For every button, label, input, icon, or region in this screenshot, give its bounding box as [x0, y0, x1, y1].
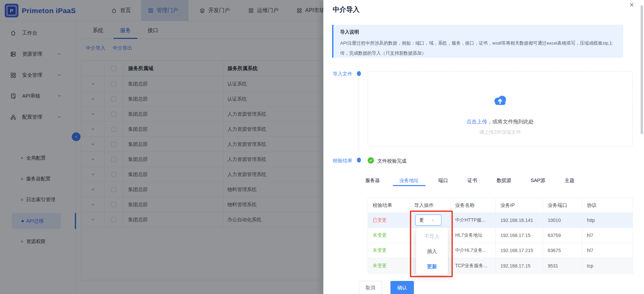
confirm-button[interactable]: 确认	[390, 281, 414, 294]
cell-protocol: hl7	[582, 228, 633, 243]
drawer-tabs: 服务器 业务地址 端口 证书 数据源 SAP源 主题	[359, 175, 581, 186]
tab-business-address[interactable]: 业务地址	[393, 175, 426, 186]
tab-certificate[interactable]: 证书	[461, 175, 484, 186]
notice-body: API注册过程中所涉及的数据，例如：端口，域，系统，服务，接口，证书，wsdl等…	[340, 38, 616, 58]
table-header-row: 校验结果 导入操作 业务名称 业务IP 业务端口 协议	[368, 198, 633, 213]
dropdown-option-update[interactable]: 更新	[416, 259, 448, 274]
step-label-import-file: 导入文件	[333, 71, 352, 77]
dropdown-option-no-import[interactable]: 不导入	[416, 229, 448, 244]
cell-ip: 192.168.17.215	[496, 243, 543, 258]
cell-ip: 192.168.17.15	[496, 258, 543, 273]
column-header: 业务名称	[450, 198, 496, 213]
mediator-import-drawer: 中介导入 导入说明 API注册过程中所涉及的数据，例如：端口，域，系统，服务，接…	[323, 0, 644, 294]
tab-label: 数据源	[497, 177, 512, 184]
cell-status: 未变更	[368, 228, 410, 243]
cell-name: 中介HL7业务...	[450, 243, 496, 258]
cell-protocol: http	[582, 213, 633, 228]
tab-datasource[interactable]: 数据源	[490, 175, 518, 186]
cloud-upload-icon	[492, 94, 508, 106]
cell-protocol: tcp	[582, 258, 633, 273]
select-value: 更	[416, 217, 430, 223]
dropdown-option-insert[interactable]: 插入	[416, 244, 448, 259]
table-row[interactable]: 已变更 中介HTTP服... 192.168.16.141 10010 http	[368, 213, 633, 228]
tab-port[interactable]: 端口	[432, 175, 455, 186]
tab-label: 主题	[565, 177, 575, 184]
cell-name: HL7业务地址	[450, 228, 496, 243]
step-label-check-result: 校验结果	[333, 158, 352, 164]
table-row[interactable]: 未变更 HL7业务地址 192.168.17.15 63759 hl7	[368, 228, 633, 243]
drawer-scrollbar-thumb[interactable]	[641, 5, 643, 134]
notice-title: 导入说明	[340, 29, 616, 35]
tab-label: 端口	[438, 177, 448, 184]
cell-port: 10010	[543, 213, 582, 228]
step-dot-icon	[357, 158, 361, 163]
drawer-title: 中介导入	[333, 5, 360, 14]
click-upload-link[interactable]: 点击上传	[466, 119, 487, 124]
check-success-icon	[368, 157, 374, 164]
column-header: 业务IP	[496, 198, 543, 213]
table-row[interactable]: 未变更 TCP业务服务... 192.168.17.15 9531 tcp	[368, 258, 633, 273]
tab-topic[interactable]: 主题	[558, 175, 581, 186]
tab-sap-source[interactable]: SAP源	[524, 175, 552, 186]
validation-table: 校验结果 导入操作 业务名称 业务IP 业务端口 协议 已变更 中介HTTP服.…	[368, 198, 633, 274]
cell-ip: 192.168.17.15	[496, 228, 543, 243]
tab-label: SAP源	[531, 177, 545, 184]
upload-dropzone[interactable]: 点击上传，或将文件拖到此处 请上传ZIP压缩文件	[368, 71, 633, 146]
column-header: 业务端口	[543, 198, 582, 213]
upload-instruction: 点击上传，或将文件拖到此处	[368, 118, 632, 125]
cell-status: 已变更	[368, 213, 410, 228]
tab-server[interactable]: 服务器	[359, 175, 387, 186]
upload-hint: 请上传ZIP压缩文件	[368, 129, 632, 135]
column-header: 导入操作	[410, 198, 450, 213]
check-status-text: 文件校验完成	[377, 158, 407, 164]
column-header: 校验结果	[368, 198, 410, 213]
cell-protocol: hl7	[582, 243, 633, 258]
import-notice: 导入说明 API注册过程中所涉及的数据，例如：端口，域，系统，服务，接口，证书，…	[332, 25, 623, 58]
chevron-up-icon	[431, 218, 435, 222]
import-operation-select[interactable]: 更	[415, 215, 441, 226]
cell-port: 63675	[543, 243, 582, 258]
cell-status: 未变更	[368, 243, 410, 258]
cell-name: 中介HTTP服...	[450, 213, 496, 228]
cell-name: TCP业务服务...	[450, 258, 496, 273]
tab-label: 证书	[468, 177, 477, 184]
cell-port: 9531	[543, 258, 582, 273]
upload-drag-text: ，或将文件拖到此处	[487, 119, 534, 124]
cell-status: 未变更	[368, 258, 410, 273]
tab-label: 业务地址	[399, 177, 419, 184]
step-connector-line	[359, 78, 359, 157]
tab-label: 服务器	[365, 177, 380, 184]
table-row[interactable]: 未变更 中介HL7业务... 192.168.17.215 63675 hl7	[368, 243, 633, 258]
cancel-button[interactable]: 取消	[359, 281, 382, 294]
close-icon[interactable]	[629, 2, 635, 8]
import-operation-dropdown: 不导入 插入 更新	[416, 227, 448, 275]
column-header: 协议	[582, 198, 633, 213]
step-dot-icon	[357, 71, 361, 76]
cell-ip: 192.168.16.141	[496, 213, 543, 228]
cell-port: 63759	[543, 228, 582, 243]
